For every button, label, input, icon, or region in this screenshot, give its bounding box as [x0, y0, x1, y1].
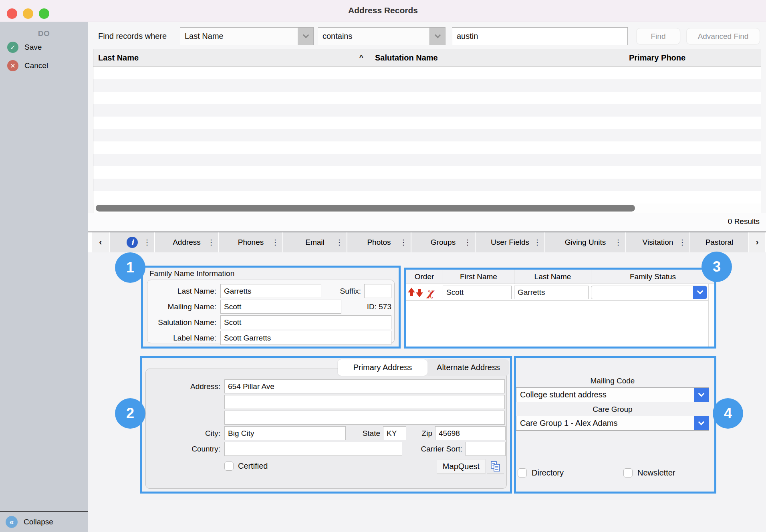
- city-input[interactable]: [224, 426, 346, 440]
- chevron-down-icon: [698, 391, 705, 397]
- newsletter-option: Newsletter: [623, 468, 675, 478]
- care-group-value: Care Group 1 - Alex Adams: [516, 416, 694, 430]
- cancel-label: Cancel: [24, 61, 48, 70]
- tab-giving-units[interactable]: Giving Units⋮: [545, 232, 625, 252]
- tab-options-dots-icon[interactable]: ⋮: [400, 238, 407, 247]
- member-last-name-cell[interactable]: Garretts: [514, 286, 589, 299]
- members-vertical-scrollbar[interactable]: [708, 284, 714, 347]
- chevron-down-icon: [434, 32, 441, 38]
- country-label: Country:: [146, 442, 220, 456]
- delete-member-icon[interactable]: χ: [427, 286, 433, 298]
- zip-input[interactable]: [435, 426, 506, 440]
- tab-visitation[interactable]: Visitation⋮: [626, 232, 689, 252]
- member-first-name-cell[interactable]: Scott: [443, 286, 512, 299]
- tab-email[interactable]: Email⋮: [283, 232, 347, 252]
- care-group-label: Care Group: [516, 405, 709, 414]
- last-name-label: Last Name:: [147, 284, 216, 298]
- family-status-select[interactable]: [591, 286, 707, 299]
- directory-checkbox[interactable]: [518, 468, 527, 478]
- family-status-value: [591, 286, 693, 299]
- tabs-scroll-left-button[interactable]: ‹: [92, 232, 109, 252]
- find-button[interactable]: Find: [636, 28, 680, 44]
- search-zone: Find records where Last Name contains Fi…: [88, 22, 766, 213]
- tab-options-dots-icon[interactable]: ⋮: [272, 238, 279, 247]
- family-status-select-button[interactable]: [693, 286, 707, 299]
- search-field-select-button[interactable]: [298, 28, 313, 45]
- family-members-section: Order First Name Last Name Family Status…: [404, 268, 716, 349]
- mailing-name-label: Mailing Name:: [147, 300, 216, 314]
- tab-options-dots-icon[interactable]: ⋮: [679, 238, 686, 247]
- move-up-icon[interactable]: [407, 288, 415, 297]
- tab-options-dots-icon[interactable]: ⋮: [464, 238, 471, 247]
- certified-checkbox[interactable]: [224, 461, 234, 471]
- tab-options-dots-icon[interactable]: ⋮: [336, 238, 343, 247]
- sidebar-item-save[interactable]: ✓ Save: [0, 38, 88, 56]
- tab-info[interactable]: i ⋮: [110, 232, 154, 252]
- horizontal-scrollbar[interactable]: [93, 204, 761, 213]
- tab-photos[interactable]: Photos⋮: [347, 232, 411, 252]
- carrier-sort-input[interactable]: [466, 442, 506, 456]
- tab-user-fields[interactable]: User Fields⋮: [476, 232, 544, 252]
- care-group-select-button[interactable]: [694, 416, 709, 430]
- search-field-select[interactable]: Last Name: [180, 27, 314, 45]
- family-name-info-section: Family Name Information Last Name: Suffi…: [141, 266, 401, 349]
- tab-label: Photos: [367, 238, 391, 247]
- tab-alternate-address[interactable]: Alternate Address: [427, 359, 509, 376]
- suffix-label: Suffix:: [327, 284, 361, 298]
- copy-documents-icon: [490, 461, 501, 472]
- column-header-primary-phone[interactable]: Primary Phone: [624, 49, 761, 66]
- horizontal-scrollbar-thumb[interactable]: [96, 205, 635, 212]
- tab-label: Phones: [238, 238, 264, 247]
- search-query-input[interactable]: [452, 27, 628, 45]
- tab-primary-address[interactable]: Primary Address: [338, 359, 427, 376]
- address-line3-input[interactable]: [224, 411, 505, 425]
- tab-pastoral[interactable]: Pastoral: [690, 232, 748, 252]
- move-down-icon[interactable]: [415, 288, 423, 297]
- tab-options-dots-icon[interactable]: ⋮: [534, 238, 541, 247]
- collapse-button[interactable]: « Collapse: [0, 511, 88, 532]
- sidebar-item-cancel[interactable]: ✕ Cancel: [0, 56, 88, 75]
- tab-label: Pastoral: [706, 238, 734, 247]
- column-header-last-name[interactable]: Last Name ^: [93, 49, 370, 66]
- label-name-input[interactable]: [220, 331, 391, 345]
- sidebar-header: DO: [0, 29, 88, 38]
- collapse-label: Collapse: [24, 518, 53, 526]
- tab-options-dots-icon[interactable]: ⋮: [208, 238, 215, 247]
- results-table: Last Name ^ Salutation Name Primary Phon…: [93, 49, 761, 234]
- callout-badge-3: 3: [701, 252, 732, 282]
- tabs-scroll-right-button[interactable]: ›: [749, 232, 765, 252]
- carrier-sort-label: Carrier Sort:: [406, 442, 462, 456]
- last-name-input[interactable]: [220, 284, 321, 298]
- column-header-label: Last Name: [98, 53, 139, 62]
- tab-phones[interactable]: Phones⋮: [219, 232, 282, 252]
- advanced-find-button[interactable]: Advanced Find: [686, 28, 760, 44]
- members-table-header: Order First Name Last Name Family Status: [406, 270, 714, 284]
- country-input[interactable]: [224, 442, 402, 456]
- tab-address[interactable]: Address⋮: [155, 232, 218, 252]
- tab-options-dots-icon[interactable]: ⋮: [143, 238, 151, 247]
- salutation-name-input[interactable]: [220, 315, 391, 329]
- address-line1-input[interactable]: [224, 379, 505, 393]
- mailing-code-select-button[interactable]: [694, 388, 709, 402]
- family-name-info-groupbox: Last Name: Suffix: Mailing Name: ID: 573…: [147, 280, 395, 343]
- state-input[interactable]: [383, 426, 406, 440]
- tab-options-dots-icon[interactable]: ⋮: [615, 238, 622, 247]
- mailing-code-select[interactable]: College student address: [516, 387, 709, 402]
- suffix-input[interactable]: [364, 284, 391, 298]
- search-operator-select[interactable]: contains: [318, 27, 445, 45]
- sort-ascending-icon: ^: [359, 54, 363, 62]
- search-operator-select-button[interactable]: [429, 28, 445, 45]
- results-table-header: Last Name ^ Salutation Name Primary Phon…: [93, 49, 761, 67]
- tab-groups[interactable]: Groups⋮: [411, 232, 475, 252]
- newsletter-checkbox[interactable]: [623, 468, 633, 478]
- state-label: State: [348, 426, 380, 440]
- mapquest-button[interactable]: MapQuest: [437, 459, 486, 474]
- care-group-select[interactable]: Care Group 1 - Alex Adams: [516, 416, 709, 431]
- tab-label: Groups: [431, 238, 456, 247]
- address-line2-input[interactable]: [224, 395, 505, 409]
- column-header-salutation-name[interactable]: Salutation Name: [370, 49, 624, 66]
- tab-label: Visitation: [643, 238, 673, 247]
- directory-option: Directory: [518, 468, 564, 478]
- copy-address-button[interactable]: [487, 459, 504, 474]
- mailing-name-input[interactable]: [220, 300, 341, 314]
